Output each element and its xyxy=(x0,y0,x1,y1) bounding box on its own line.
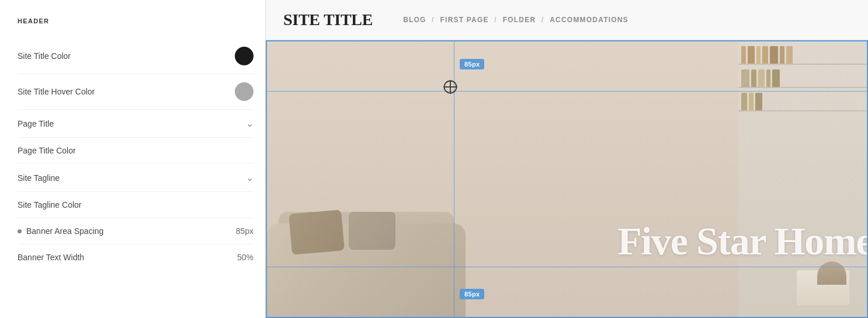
pillow-1 xyxy=(289,209,345,255)
book xyxy=(770,46,778,64)
site-title-color-label: Site Title Color xyxy=(18,51,71,61)
book xyxy=(766,69,770,87)
banner-headline: Five Star Home xyxy=(617,218,868,264)
setting-row-site-title-hover-color: Site Title Hover Color xyxy=(18,74,254,110)
setting-row-page-title[interactable]: Page Title ⌄ xyxy=(18,110,254,138)
settings-panel: HEADER Site Title Color Site Title Hover… xyxy=(0,0,266,318)
book xyxy=(786,46,793,64)
shelf-row-3 xyxy=(738,88,867,111)
book xyxy=(741,93,747,110)
setting-row-banner-area-spacing: Banner Area Spacing 85px xyxy=(18,218,254,244)
site-title-hover-color-label: Site Title Hover Color xyxy=(18,87,95,96)
banner-text-width-label: Banner Text Width xyxy=(18,253,84,262)
banner-area-spacing-value: 85px xyxy=(236,226,254,236)
book xyxy=(755,93,762,110)
spacing-badge-top: 85px xyxy=(460,59,484,69)
site-title-hover-color-swatch[interactable] xyxy=(235,82,254,101)
banner-preview: 85px 85px Five Star Home xyxy=(266,40,868,318)
site-tagline-label: Site Tagline xyxy=(18,173,60,183)
book xyxy=(756,46,761,64)
book xyxy=(780,46,784,64)
nav-links: BLOG FIRST PAGE FOLDER ACCOMMODATIONS xyxy=(396,16,636,24)
setting-row-page-title-color: Page Title Color xyxy=(18,138,254,164)
page-title-chevron-icon: ⌄ xyxy=(246,118,254,129)
guide-line-horizontal-2 xyxy=(267,267,867,267)
book xyxy=(758,69,765,87)
preview-header: SITE TITLE BLOG FIRST PAGE FOLDER ACCOMM… xyxy=(266,0,868,40)
section-header: HEADER xyxy=(18,18,254,25)
book xyxy=(762,46,768,64)
setting-row-site-tagline-color: Site Tagline Color xyxy=(18,192,254,218)
page-title-label: Page Title xyxy=(18,119,54,128)
site-title: SITE TITLE xyxy=(283,11,373,29)
site-tagline-chevron-icon: ⌄ xyxy=(246,172,254,183)
move-cursor-icon[interactable] xyxy=(441,78,460,96)
book xyxy=(772,69,780,87)
banner-area-spacing-label: Banner Area Spacing xyxy=(18,226,103,236)
page-title-color-label: Page Title Color xyxy=(18,146,76,155)
setting-row-site-title-color: Site Title Color xyxy=(18,39,254,74)
book xyxy=(741,69,749,87)
nav-link-folder[interactable]: FOLDER xyxy=(496,16,543,24)
preview-panel: SITE TITLE BLOG FIRST PAGE FOLDER ACCOMM… xyxy=(266,0,868,318)
crosshair-svg xyxy=(442,79,459,95)
book xyxy=(748,46,755,64)
setting-row-banner-text-width: Banner Text Width 50% xyxy=(18,244,254,270)
banner-text-width-value: 50% xyxy=(237,253,254,262)
nav-link-blog[interactable]: BLOG xyxy=(396,16,433,24)
guide-line-horizontal-1 xyxy=(267,91,867,92)
active-dot-indicator xyxy=(18,229,22,233)
room-background xyxy=(267,41,867,317)
site-title-color-swatch[interactable] xyxy=(235,47,254,65)
nav-link-first-page[interactable]: FIRST PAGE xyxy=(433,16,496,24)
spacing-badge-bottom: 85px xyxy=(460,289,484,299)
pillow-2 xyxy=(349,212,395,250)
book xyxy=(749,93,754,110)
shelf-row-1 xyxy=(738,41,867,65)
site-tagline-color-label: Site Tagline Color xyxy=(18,200,81,209)
setting-row-site-tagline[interactable]: Site Tagline ⌄ xyxy=(18,164,254,192)
book xyxy=(751,69,756,87)
nav-link-accommodations[interactable]: ACCOMMODATIONS xyxy=(543,16,636,24)
book xyxy=(741,46,746,64)
shelf-row-2 xyxy=(738,65,867,88)
